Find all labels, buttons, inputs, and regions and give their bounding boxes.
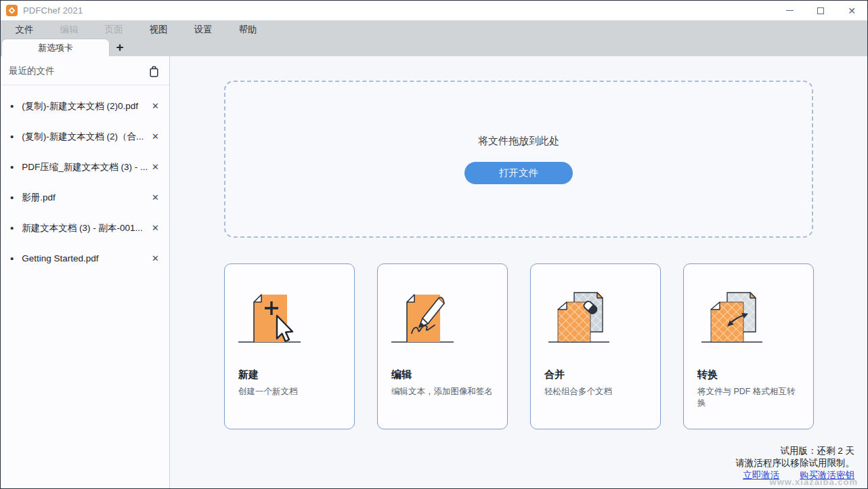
card-title: 编辑	[391, 368, 495, 381]
convert-documents-icon	[697, 290, 768, 349]
file-item[interactable]: • Getting Started.pdf ✕	[1, 243, 169, 274]
sidebar-header: 最近的文件	[1, 60, 169, 85]
open-file-button[interactable]: 打开文件	[464, 162, 573, 184]
menu-page: 页面	[91, 24, 136, 36]
file-item[interactable]: • (复制)-新建文本文档 (2)0.pdf ✕	[1, 91, 169, 121]
trial-links: 立即激活 购买激活密钥	[725, 469, 854, 482]
remove-file-icon[interactable]: ✕	[150, 221, 161, 234]
close-button[interactable]: ✕	[836, 1, 867, 20]
card-description: 轻松组合多个文档	[544, 386, 648, 398]
buy-key-link[interactable]: 购买激活密钥	[800, 470, 854, 480]
bullet-icon: •	[10, 253, 14, 264]
bullet-icon: •	[10, 100, 14, 112]
menu-bar: 文件 编辑 页面 视图 设置 帮助	[1, 20, 867, 39]
tab-bar: 新选项卡 +	[1, 39, 867, 56]
merge-documents-icon	[544, 290, 615, 349]
card-description: 将文件与 PDF 格式相互转换	[697, 386, 801, 409]
app-logo-icon	[6, 5, 18, 16]
new-document-icon	[238, 290, 309, 349]
file-name[interactable]: 影册.pdf	[22, 192, 150, 204]
card-title: 合并	[544, 368, 648, 381]
file-item[interactable]: • 新建文本文档 (3) - 副本-001... ✕	[1, 213, 169, 243]
card-edit-document[interactable]: 编辑 编辑文本，添加图像和签名	[377, 263, 508, 429]
bullet-icon: •	[10, 222, 14, 234]
file-item[interactable]: • PDF压缩_新建文本文档 (3) - ... ✕	[1, 152, 169, 182]
file-name[interactable]: PDF压缩_新建文本文档 (3) - ...	[22, 161, 150, 173]
remove-file-icon[interactable]: ✕	[150, 191, 161, 204]
recent-files-list: • (复制)-新建文本文档 (2)0.pdf ✕ • (复制)-新建文本文档 (…	[1, 85, 169, 274]
file-name[interactable]: (复制)-新建文本文档 (2)（合...	[22, 131, 150, 143]
menu-help[interactable]: 帮助	[225, 24, 270, 36]
remove-file-icon[interactable]: ✕	[150, 252, 161, 265]
trial-activate-hint: 请激活程序以移除试用限制。	[725, 457, 854, 469]
minimize-button[interactable]	[774, 1, 805, 20]
card-title: 新建	[238, 368, 342, 381]
card-description: 编辑文本，添加图像和签名	[391, 386, 495, 398]
bullet-icon: •	[10, 192, 14, 203]
bullet-icon: •	[10, 131, 14, 142]
trial-days-remaining: 试用版：还剩 2 天	[725, 445, 854, 457]
card-title: 转换	[697, 368, 801, 381]
remove-file-icon[interactable]: ✕	[150, 161, 161, 173]
app-window: PDFChef 2021 ✕ 文件 编辑 页面 视图 设置 帮助 新选项卡 + …	[0, 0, 868, 489]
add-tab-button[interactable]: +	[110, 39, 130, 56]
menu-settings[interactable]: 设置	[181, 24, 225, 36]
clear-recent-trash-icon[interactable]	[148, 64, 160, 78]
window-controls: ✕	[774, 1, 867, 20]
file-name[interactable]: Getting Started.pdf	[22, 253, 150, 263]
file-item[interactable]: • (复制)-新建文本文档 (2)（合... ✕	[1, 121, 169, 152]
menu-edit: 编辑	[47, 24, 91, 36]
card-convert-documents[interactable]: 转换 将文件与 PDF 格式相互转换	[683, 263, 814, 429]
file-item[interactable]: • 影册.pdf ✕	[1, 182, 169, 213]
action-cards-row: 新建 创建一个新文档	[224, 263, 814, 429]
card-new-document[interactable]: 新建 创建一个新文档	[224, 263, 355, 429]
trial-notice: 试用版：还剩 2 天 请激活程序以移除试用限制。 立即激活 购买激活密钥	[725, 445, 854, 482]
file-name[interactable]: 新建文本文档 (3) - 副本-001...	[22, 222, 150, 234]
maximize-button[interactable]	[805, 1, 836, 20]
menu-file[interactable]: 文件	[2, 24, 47, 36]
tab-new-tab[interactable]: 新选项卡	[1, 39, 110, 56]
bullet-icon: •	[10, 161, 14, 173]
recent-files-label: 最近的文件	[9, 65, 55, 77]
menu-view[interactable]: 视图	[136, 24, 181, 36]
edit-document-icon	[391, 290, 462, 349]
remove-file-icon[interactable]: ✕	[150, 100, 161, 112]
title-bar: PDFChef 2021 ✕	[1, 1, 867, 20]
activate-now-link[interactable]: 立即激活	[743, 470, 779, 480]
card-merge-documents[interactable]: 合并 轻松组合多个文档	[530, 263, 661, 429]
window-title: PDFChef 2021	[23, 5, 83, 16]
drop-hint-text: 将文件拖放到此处	[478, 135, 559, 148]
remove-file-icon[interactable]: ✕	[150, 130, 161, 143]
file-drop-zone[interactable]: 将文件拖放到此处 打开文件	[224, 81, 813, 238]
main-area: 将文件拖放到此处 打开文件 新建 创建一个新文档	[170, 56, 867, 488]
recent-files-sidebar: 最近的文件 • (复制)-新建文本文档 (2)0.pdf ✕ • (复制)-新建…	[1, 56, 170, 488]
card-description: 创建一个新文档	[238, 386, 342, 398]
file-name[interactable]: (复制)-新建文本文档 (2)0.pdf	[22, 100, 150, 112]
